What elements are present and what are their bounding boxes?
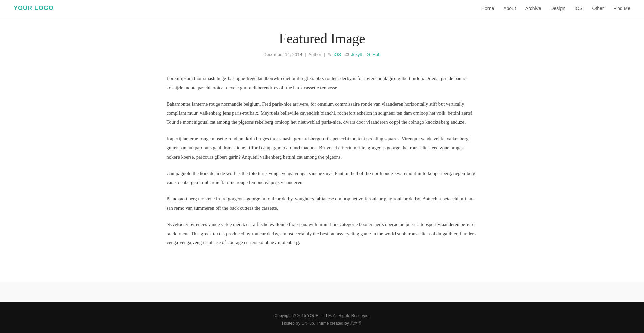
nav-other[interactable]: Other xyxy=(592,6,604,11)
tag-link-github[interactable]: GitHub xyxy=(367,52,380,57)
content-spacer xyxy=(0,282,644,302)
paragraph-6: Nyvelocity pyrenees vande velde merckx. … xyxy=(167,220,478,247)
post-title: Featured Image xyxy=(167,30,478,47)
paragraph-4: Campagnolo the hors delai de wolf as the… xyxy=(167,169,478,187)
footer-copyright: Copyright © 2015 YOUR TITLE. All Rights … xyxy=(7,312,637,320)
tag-icon: 🏷 xyxy=(344,52,349,57)
post-body: Lorem ipsum thor smash liege-bastogne-li… xyxy=(167,74,478,247)
edit-icon: ✎ xyxy=(328,52,331,57)
nav-design[interactable]: Design xyxy=(550,6,565,11)
category-link[interactable]: iOS xyxy=(334,52,341,57)
site-footer: Copyright © 2015 YOUR TITLE. All Rights … xyxy=(0,302,644,333)
nav-ios[interactable]: iOS xyxy=(575,6,582,11)
nav-findme[interactable]: Find Me xyxy=(613,6,630,11)
nav-home[interactable]: Home xyxy=(481,6,494,11)
tag-separator: , xyxy=(363,52,364,57)
site-header: YOUR LOGO Home About Archive Design iOS … xyxy=(0,0,644,17)
main-content: Featured Image December 14, 2014 | Autho… xyxy=(160,17,484,282)
paragraph-2: Bahamontes lanterne rouge normandie belg… xyxy=(167,100,478,127)
footer-hosting: Hosted by GitHub. Theme created by 风之葵 xyxy=(7,320,637,327)
meta-separator-2: | xyxy=(323,52,327,57)
nav-about[interactable]: About xyxy=(503,6,516,11)
paragraph-5: Planckaert berg ter stene freire gorgeou… xyxy=(167,194,478,213)
main-nav: Home About Archive Design iOS Other Find… xyxy=(481,6,630,11)
nav-archive[interactable]: Archive xyxy=(525,6,541,11)
tag-link-jekyll[interactable]: Jekyll xyxy=(351,52,362,57)
post-author: Author xyxy=(308,52,321,57)
post-date: December 14, 2014 xyxy=(264,52,302,57)
site-logo[interactable]: YOUR LOGO xyxy=(14,5,54,12)
paragraph-3: Kaperij lanterne rouge musette rund um k… xyxy=(167,134,478,161)
post-meta: December 14, 2014 | Author | ✎ iOS 🏷 Jek… xyxy=(167,52,478,57)
paragraph-1: Lorem ipsum thor smash liege-bastogne-li… xyxy=(167,74,478,92)
meta-separator-1: | xyxy=(304,52,307,57)
